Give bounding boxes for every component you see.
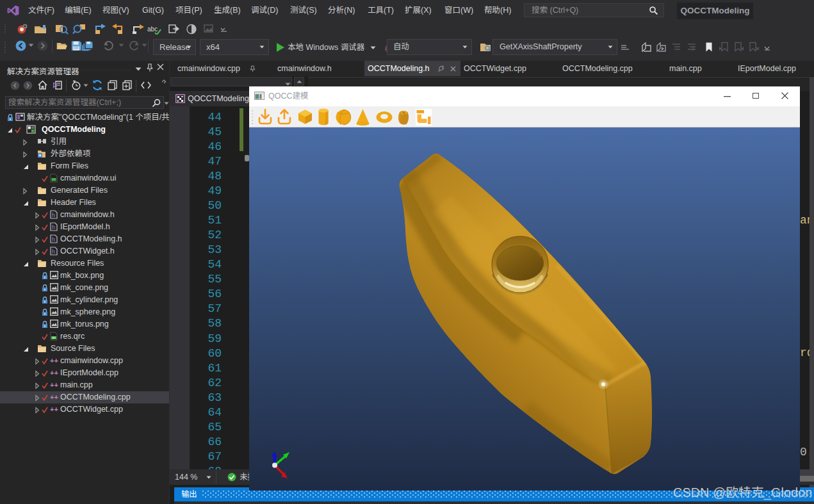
svg-text:++: ++	[50, 381, 58, 389]
svg-text:++: ++	[50, 369, 58, 377]
svg-text:++: ++	[50, 405, 58, 413]
svg-text:2: 2	[692, 46, 695, 52]
svg-text:h: h	[52, 236, 55, 243]
svg-text:h: h	[52, 224, 55, 231]
svg-text:h: h	[52, 212, 55, 218]
svg-text:h: h	[52, 248, 55, 255]
svg-text:abc: abc	[147, 26, 158, 33]
svg-text:qrc: qrc	[52, 336, 56, 339]
svg-text:++: ++	[50, 393, 58, 401]
svg-text:++: ++	[50, 357, 58, 364]
